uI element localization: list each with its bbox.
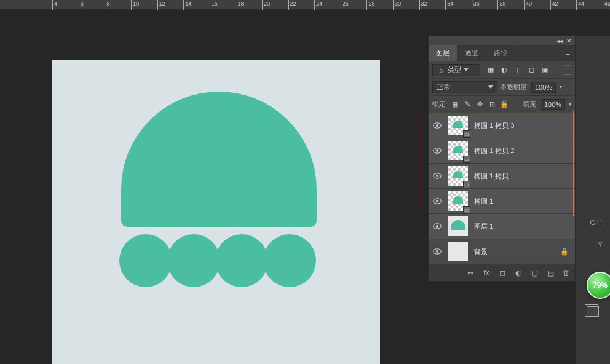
jellyfish-bump-1 <box>119 234 172 287</box>
chevron-down-icon[interactable]: ▾ <box>560 84 562 90</box>
layer-name[interactable]: 椭圆 1 拷贝 3 <box>474 121 514 130</box>
layer-name[interactable]: 图层 1 <box>474 222 493 231</box>
panel-menu-icon[interactable]: ≡ <box>561 45 575 61</box>
lock-fill-row: 锁定: ▦ ✎ ✥ ⊡ 🔒 填充: 100% ▾ <box>429 95 575 113</box>
tab-paths-label: 路径 <box>494 49 507 58</box>
layer-thumbnail[interactable] <box>448 216 468 236</box>
visibility-toggle[interactable] <box>429 198 446 204</box>
jellyfish-body-shape <box>121 92 317 227</box>
lock-all-icon[interactable]: 🔒 <box>499 100 509 109</box>
filter-toggle-switch[interactable] <box>564 65 571 75</box>
shape-sublayer-icon: ▭ <box>463 156 470 163</box>
svg-point-1 <box>436 124 438 127</box>
filter-type-icon[interactable]: T <box>513 66 522 74</box>
opacity-input[interactable]: 100% <box>531 82 556 93</box>
svg-point-5 <box>436 175 438 177</box>
tab-layers-label: 图层 <box>436 49 450 58</box>
visibility-toggle[interactable] <box>429 248 446 255</box>
filter-shape-icon[interactable]: ◻ <box>527 66 536 74</box>
tab-paths[interactable]: 路径 <box>486 45 515 61</box>
properties-y-label: Y: <box>598 241 604 248</box>
filter-type-label: 类型 <box>448 65 461 74</box>
lock-label: 锁定: <box>432 100 448 109</box>
layer-filter-row: ⌕ 类型 ▦ ◐ T ◻ ▣ <box>429 61 575 78</box>
panel-titlebar: ◂◂ ✕ <box>429 36 575 45</box>
layer-row[interactable]: ▭椭圆 1 拷贝 2 <box>429 138 575 163</box>
filter-smart-icon[interactable]: ▣ <box>541 66 549 74</box>
tab-layers[interactable]: 图层 <box>429 45 457 61</box>
link-layers-icon[interactable]: ⇔ <box>465 268 475 278</box>
adjustment-layer-icon[interactable]: ◐ <box>513 268 523 278</box>
panel-tabs: 图层 通道 路径 ≡ <box>429 45 575 61</box>
zoom-badge[interactable]: 79% <box>587 272 610 299</box>
layer-thumbnail[interactable]: ▭ <box>448 191 468 211</box>
lock-icon: 🔒 <box>560 248 569 256</box>
fill-label: 填充: <box>523 100 538 109</box>
blend-mode-value: 正常 <box>437 82 450 92</box>
layer-thumbnail[interactable]: ▭ <box>448 116 468 135</box>
blend-mode-dropdown[interactable]: 正常 <box>432 81 497 93</box>
tab-channels-label: 通道 <box>465 49 478 58</box>
layer-row[interactable]: ▭椭圆 1 <box>429 188 575 213</box>
horizontal-ruler: 4681012141618202224262830323436384042444… <box>0 0 610 10</box>
chevron-down-icon <box>464 68 469 71</box>
collapsed-panel-strip[interactable]: G H: Y: <box>576 36 610 364</box>
close-panel-icon[interactable]: ✕ <box>566 38 571 44</box>
tab-channels[interactable]: 通道 <box>457 45 486 61</box>
filter-icons-group: ▦ ◐ T ◻ ▣ <box>486 66 549 74</box>
jellyfish-bump-2 <box>167 234 220 287</box>
layer-style-icon[interactable]: fx <box>481 268 491 278</box>
layer-row[interactable]: 背景🔒 <box>429 239 575 264</box>
layer-thumbnail[interactable]: ▭ <box>448 141 468 160</box>
visibility-toggle[interactable] <box>429 148 446 154</box>
collapse-panel-icon[interactable]: ◂◂ <box>557 38 562 44</box>
filter-type-dropdown[interactable]: ⌕ 类型 <box>432 64 480 76</box>
chevron-down-icon[interactable]: ▾ <box>569 101 571 107</box>
delete-layer-icon[interactable]: 🗑 <box>561 268 571 278</box>
visibility-toggle[interactable] <box>429 223 446 229</box>
layer-name[interactable]: 背景 <box>474 247 488 256</box>
svg-point-9 <box>436 225 438 228</box>
lock-position-icon[interactable]: ✥ <box>475 100 485 109</box>
jellyfish-bump-3 <box>215 234 268 287</box>
search-icon: ⌕ <box>437 66 445 74</box>
opacity-value: 100% <box>535 84 552 91</box>
layer-name[interactable]: 椭圆 1 拷贝 <box>474 172 509 181</box>
lock-artboard-icon[interactable]: ⊡ <box>487 100 497 109</box>
zoom-badge-value: 79% <box>593 281 608 290</box>
layers-panel: ◂◂ ✕ 图层 通道 路径 ≡ ⌕ 类型 ▦ ◐ T ◻ ▣ 正常 不透明度: … <box>428 36 576 282</box>
visibility-toggle[interactable] <box>429 122 446 129</box>
lock-transparency-icon[interactable]: ▦ <box>450 100 460 109</box>
layer-row[interactable]: ▭椭圆 1 拷贝 3 <box>429 113 575 138</box>
layer-thumbnail[interactable]: ▭ <box>448 166 468 186</box>
layer-mask-icon[interactable]: ◻ <box>497 268 507 278</box>
svg-point-7 <box>436 200 438 202</box>
layer-thumbnail[interactable] <box>448 242 468 261</box>
svg-point-3 <box>436 149 438 152</box>
filter-pixel-icon[interactable]: ▦ <box>486 66 495 74</box>
lock-pixels-icon[interactable]: ✎ <box>462 100 472 109</box>
new-layer-icon[interactable]: ▤ <box>545 268 555 278</box>
layers-list: ▭椭圆 1 拷贝 3▭椭圆 1 拷贝 2▭椭圆 1 拷贝▭椭圆 1图层 1背景🔒 <box>429 113 575 264</box>
fill-input[interactable]: 100% <box>541 99 565 110</box>
document-canvas[interactable] <box>52 60 380 364</box>
layer-row[interactable]: ▭椭圆 1 拷贝 <box>429 163 575 188</box>
filter-adjustment-icon[interactable]: ◐ <box>500 66 509 74</box>
layers-panel-footer: ⇔ fx ◻ ◐ ▢ ▤ 🗑 <box>429 264 575 281</box>
panel-group-icon[interactable] <box>587 306 599 317</box>
blend-opacity-row: 正常 不透明度: 100% ▾ <box>429 78 575 95</box>
layer-group-icon[interactable]: ▢ <box>529 268 539 278</box>
visibility-toggle[interactable] <box>429 173 446 179</box>
canvas-area <box>0 10 430 364</box>
jellyfish-bump-4 <box>263 234 316 287</box>
fill-value: 100% <box>544 101 561 108</box>
layer-name[interactable]: 椭圆 1 <box>474 197 493 206</box>
layer-row[interactable]: 图层 1 <box>429 213 575 239</box>
opacity-label: 不透明度: <box>500 82 529 92</box>
svg-point-11 <box>436 250 438 253</box>
layer-name[interactable]: 椭圆 1 拷贝 2 <box>474 146 514 156</box>
shape-sublayer-icon: ▭ <box>463 206 470 213</box>
properties-gh-label: G H: <box>590 219 604 226</box>
shape-sublayer-icon: ▭ <box>463 130 470 138</box>
shape-sublayer-icon: ▭ <box>463 181 470 188</box>
